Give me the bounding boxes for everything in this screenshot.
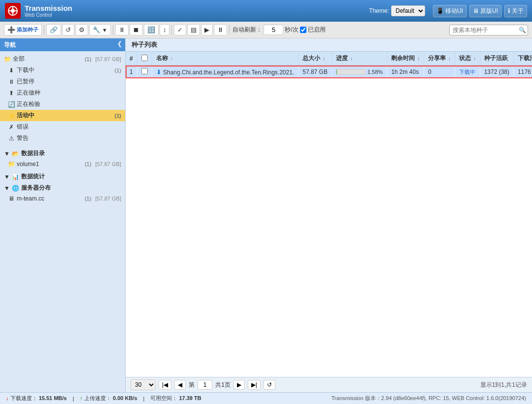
gear-icon: ⚙	[79, 26, 85, 34]
classic-ui-link[interactable]: 🖥 原版UI	[469, 5, 501, 17]
sidebar-server-dist-label: 服务器分布	[21, 184, 51, 192]
col-seeds[interactable]: 种子活跃	[480, 52, 513, 66]
table-row[interactable]: 1 ⬇ Shang.Chi.and.the.Legend.of.the.Ten.…	[126, 66, 532, 78]
refresh-page-button[interactable]: ↺	[264, 380, 275, 390]
select-all-checkbox[interactable]	[141, 55, 148, 61]
col-progress[interactable]: 进度 ↕	[332, 52, 387, 66]
sidebar-label-error: 错误	[17, 123, 29, 131]
records-info: 显示1到1,共1记录	[480, 381, 527, 389]
toolbar-settings-button[interactable]: ⚙	[75, 24, 88, 35]
sidebar-item-checking[interactable]: 🔄 正在检验	[0, 99, 125, 110]
sidebar-collapse-button[interactable]: 《	[114, 40, 121, 49]
cell-size: 57.87 GB	[299, 66, 332, 78]
col-size[interactable]: 总大小 ↕	[299, 52, 332, 66]
toolbar-pause-all-button[interactable]: ⏸	[115, 24, 129, 35]
toolbar: ➕ 添加种子 🔗 ↺ ⚙ 🔧 ▼ ⏸ ⏹ 🔢 ↕ ✓ ▤ ▶ ⏸ 自动刷新：	[0, 22, 532, 38]
page-label: 第	[189, 381, 195, 389]
sidebar-item-downloading[interactable]: ⬇ 下载中 (1)	[0, 65, 125, 76]
sidebar-item-paused[interactable]: ⏸ 已暂停	[0, 76, 125, 87]
row-checkbox[interactable]	[141, 68, 148, 74]
sidebar-count-downloading: (1)	[115, 67, 121, 73]
sidebar-data-dir-header: ▼ 📂 数据目录	[0, 148, 125, 159]
toolbar-actions-button[interactable]: 🔧 ▼	[89, 24, 111, 35]
mobile-ui-link[interactable]: 📱 移动UI	[433, 5, 466, 17]
sidebar-label-warning: 警告	[17, 134, 29, 142]
auto-refresh-area: 自动刷新： 秒/次 已启用	[233, 25, 325, 35]
sidebar-stats-label: 数据统计	[21, 172, 45, 181]
add-icon: ➕	[7, 26, 15, 34]
sidebar-label-checking: 正在检验	[17, 100, 40, 108]
sidebar-item-mteam[interactable]: 🖥 m-team.cc (1) [57.87 GB]	[0, 194, 125, 203]
cell-peers: 1176 (0)	[514, 66, 532, 78]
statusbar-right: Transmission 版本：2.94 (d8e60ee44f), RPC: …	[332, 395, 526, 402]
search-area: 🔍	[449, 25, 528, 35]
sidebar-item-warning[interactable]: ⚠ 警告	[0, 133, 125, 144]
col-num[interactable]: #	[126, 52, 137, 66]
add-torrent-button[interactable]: ➕ 添加种子	[4, 24, 42, 35]
col-remaining[interactable]: 剩余时间 ↕	[387, 52, 424, 66]
theme-select[interactable]: Default	[391, 5, 425, 16]
toolbar-pause-button[interactable]: ⏸	[214, 24, 227, 35]
cell-progress: 1.58%	[332, 66, 387, 78]
sidebar-item-error[interactable]: ✗ 错误	[0, 121, 125, 133]
search-input[interactable]	[449, 25, 528, 35]
toolbar-check-button[interactable]: ✓	[174, 24, 186, 35]
sort-az-icon: 🔢	[147, 26, 155, 34]
page-number-input[interactable]	[198, 380, 212, 390]
toolbar-play-button[interactable]: ▶	[201, 24, 213, 35]
col-peers[interactable]: 下载活跃	[514, 52, 532, 66]
first-page-button[interactable]: |◀	[159, 380, 171, 390]
col-status[interactable]: 状态 ↕	[455, 52, 480, 66]
free-label: 可用空间：	[150, 395, 177, 401]
tracker-icon: 🖥	[8, 195, 15, 202]
toolbar-sep-3	[171, 25, 172, 35]
prev-page-button[interactable]: ◀	[174, 380, 186, 390]
cell-remaining: 1h 2m 40s	[387, 66, 424, 78]
progress-bar-fill	[336, 69, 337, 74]
toolbar-sort-desc-button[interactable]: ↕	[160, 24, 170, 35]
last-page-button[interactable]: ▶|	[248, 380, 261, 390]
content-title: 种子列表	[132, 40, 157, 49]
toolbar-filter-button[interactable]: ▤	[187, 24, 200, 35]
info-icon: ℹ	[508, 7, 510, 14]
cell-seeds: 1372 (38)	[480, 66, 513, 78]
sidebar-label-downloading: 下载中	[17, 66, 34, 74]
sidebar-item-all[interactable]: 📁 全部 (1) [57.87 GB]	[0, 53, 125, 65]
add-torrent-label: 添加种子	[17, 26, 38, 34]
torrent-table-wrap[interactable]: # 名称 ↑ 总大小 ↕ 进度 ↕ 剩余时间 ↕ 分享率 ↕ 状态 ↕ 种子活跃…	[126, 52, 532, 377]
col-name[interactable]: 名称 ↑	[152, 52, 299, 66]
table-head: # 名称 ↑ 总大小 ↕ 进度 ↕ 剩余时间 ↕ 分享率 ↕ 状态 ↕ 种子活跃…	[126, 52, 532, 66]
stop-icon: ⏹	[133, 26, 139, 34]
cell-ratio: 0	[424, 66, 455, 78]
sidebar-item-seeding[interactable]: ⬆ 正在做种	[0, 87, 125, 99]
sidebar-data-dir-label: 数据目录	[21, 149, 45, 158]
cell-check[interactable]	[137, 66, 152, 78]
toolbar-refresh-button[interactable]: ↺	[62, 24, 74, 35]
next-page-button[interactable]: ▶	[233, 380, 245, 390]
col-ratio[interactable]: 分享率 ↕	[424, 52, 455, 66]
toolbar-sep-4	[229, 25, 230, 35]
sidebar-item-volume1[interactable]: 📁 volume1 (1) [57.87 GB]	[0, 159, 125, 169]
sidebar-item-active[interactable]: ⚡ 活动中 (1)	[0, 110, 125, 121]
sidebar-count-active: (1)	[115, 113, 121, 119]
sidebar-size-volume1: [57.87 GB]	[95, 161, 121, 167]
total-pages-label: 共1页	[215, 381, 231, 389]
content-header: 种子列表	[126, 38, 532, 52]
refresh-interval-input[interactable]	[264, 25, 283, 35]
about-link[interactable]: ℹ 关于	[504, 5, 527, 17]
up-arrow-icon: ↑	[80, 395, 83, 401]
table-header-row: # 名称 ↑ 总大小 ↕ 进度 ↕ 剩余时间 ↕ 分享率 ↕ 状态 ↕ 种子活跃…	[126, 52, 532, 66]
toolbar-sort-az-button[interactable]: 🔢	[144, 24, 159, 35]
page-size-select[interactable]: 10 20 30 50 100	[131, 379, 156, 390]
torrent-icon: ⬇	[156, 68, 162, 76]
header-links: 📱 移动UI 🖥 原版UI ℹ 关于	[433, 5, 527, 17]
up-label: 上传速度：	[84, 395, 111, 401]
sidebar-label-seeding: 正在做种	[17, 89, 40, 97]
toolbar-stop-button[interactable]: ⏹	[130, 24, 143, 35]
toolbar-link-button[interactable]: 🔗	[46, 24, 61, 35]
statusbar: ↓ 下载速度： 15.51 MB/s | ↑ 上传速度： 0.00 KB/s |…	[0, 392, 532, 404]
auto-refresh-checkbox[interactable]	[300, 27, 306, 33]
col-check[interactable]	[137, 52, 152, 66]
search-icon[interactable]: 🔍	[519, 27, 526, 34]
theme-area: Theme: Default	[369, 5, 425, 16]
